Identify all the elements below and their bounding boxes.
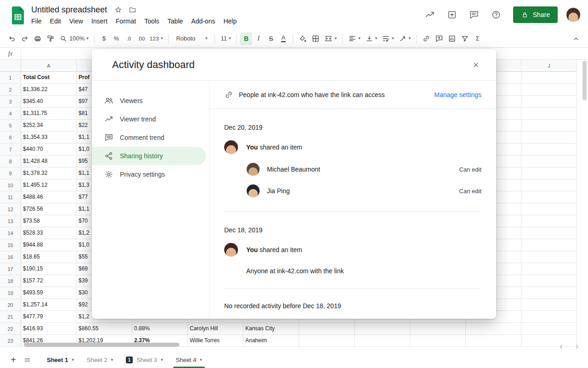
cell-a17[interactable]: $190.15: [21, 263, 77, 275]
cell-j6[interactable]: [521, 132, 577, 144]
row-header-21[interactable]: 21: [0, 311, 21, 323]
row-header-1[interactable]: 1: [0, 72, 21, 84]
menu-table[interactable]: Table: [164, 17, 187, 26]
cell-a2[interactable]: $1,336.22: [21, 84, 77, 96]
cell-j16[interactable]: [521, 251, 577, 263]
cell-d23[interactable]: Willie Torres: [188, 335, 243, 347]
sheet-tab-sheet-3[interactable]: 1Sheet 3▾: [119, 351, 169, 368]
cell-a7[interactable]: $440.70: [21, 144, 77, 155]
add-shortcut-button[interactable]: [442, 5, 462, 24]
cell-h22[interactable]: [410, 323, 466, 335]
paint-format-button[interactable]: [44, 32, 57, 45]
row-header-16[interactable]: 16: [0, 251, 21, 263]
row-header-15[interactable]: 15: [0, 239, 21, 251]
cell-j14[interactable]: [521, 227, 577, 239]
menu-add-ons[interactable]: Add-ons: [187, 17, 219, 26]
cell-i23[interactable]: [466, 335, 521, 347]
row-header-17[interactable]: 17: [0, 263, 21, 275]
menu-edit[interactable]: Edit: [46, 17, 65, 26]
cell-a14[interactable]: $528.33: [21, 227, 77, 239]
row-header-7[interactable]: 7: [0, 144, 21, 155]
italic-button[interactable]: I: [252, 32, 265, 45]
insert-link-button[interactable]: [420, 32, 433, 45]
star-button[interactable]: [114, 6, 122, 14]
cell-a10[interactable]: $1,495.12: [21, 179, 77, 191]
row-header-8[interactable]: 8: [0, 155, 21, 167]
menu-format[interactable]: Format: [112, 17, 140, 26]
row-header-11[interactable]: 11: [0, 191, 21, 203]
help-button[interactable]: [486, 5, 506, 24]
increase-decimals-button[interactable]: .00: [135, 32, 147, 45]
cell-h23[interactable]: [410, 335, 466, 347]
cell-g22[interactable]: [355, 323, 410, 335]
cell-a9[interactable]: $1,378.32: [21, 167, 77, 179]
cell-j1[interactable]: [521, 72, 577, 84]
cell-j17[interactable]: [521, 263, 577, 275]
font-size-select[interactable]: 11▾: [218, 32, 233, 45]
zoom-button[interactable]: 100%▾: [57, 32, 91, 45]
row-header-5[interactable]: 5: [0, 120, 21, 132]
strikethrough-button[interactable]: S: [265, 32, 277, 45]
currency-format-button[interactable]: $: [98, 32, 110, 45]
text-wrap-button[interactable]: ▾: [379, 32, 396, 45]
cell-a21[interactable]: $477.79: [21, 311, 77, 323]
font-select[interactable]: Roboto▾: [172, 32, 211, 45]
cell-j5[interactable]: [521, 120, 577, 132]
cell-j20[interactable]: [521, 299, 577, 311]
cell-j4[interactable]: [521, 108, 577, 120]
menu-file[interactable]: File: [27, 17, 46, 26]
cell-j3[interactable]: [521, 96, 577, 108]
manage-settings-link[interactable]: Manage settings: [434, 91, 481, 98]
menu-help[interactable]: Help: [219, 17, 241, 26]
cell-a22[interactable]: $416.93: [21, 323, 77, 335]
cell-e23[interactable]: Anaheim: [243, 335, 299, 347]
row-header-22[interactable]: 22: [0, 323, 21, 335]
row-header-2[interactable]: 2: [0, 84, 21, 96]
cell-d22[interactable]: Carolyn Hill: [188, 323, 243, 335]
document-title[interactable]: Untitled spreadsheet: [31, 5, 107, 15]
sheets-logo[interactable]: [11, 6, 25, 23]
cell-a20[interactable]: $1,257.14: [21, 299, 77, 311]
print-button[interactable]: [31, 32, 44, 45]
nav-item-viewer-trend[interactable]: Viewer trend: [92, 110, 206, 128]
merge-cells-button[interactable]: ▾: [322, 32, 339, 45]
row-header-6[interactable]: 6: [0, 132, 21, 144]
bold-button[interactable]: B: [240, 32, 252, 45]
cell-a3[interactable]: $345.40: [21, 96, 77, 108]
cell-a18[interactable]: $157.72: [21, 275, 77, 287]
cell-j7[interactable]: [521, 144, 577, 155]
row-header-18[interactable]: 18: [0, 275, 21, 287]
cell-a4[interactable]: $1,311.75: [21, 108, 77, 120]
cell-c22[interactable]: 0.88%: [132, 323, 188, 335]
percent-format-button[interactable]: %: [110, 32, 123, 45]
cell-j19[interactable]: [521, 287, 577, 299]
functions-button[interactable]: Σ: [471, 32, 484, 45]
move-to-folder-button[interactable]: [129, 6, 136, 14]
cell-a12[interactable]: $726.56: [21, 203, 77, 215]
all-sheets-button[interactable]: [20, 353, 34, 367]
menu-insert[interactable]: Insert: [87, 17, 112, 26]
column-header-a[interactable]: A: [21, 60, 77, 72]
cell-b22[interactable]: $860.55: [77, 323, 132, 335]
row-header-13[interactable]: 13: [0, 215, 21, 227]
cell-a19[interactable]: $493.59: [21, 287, 77, 299]
cell-a13[interactable]: $73.58: [21, 215, 77, 227]
text-rotation-button[interactable]: ▾: [396, 32, 413, 45]
add-sheet-button[interactable]: +: [6, 353, 20, 367]
more-formats-button[interactable]: 123▾: [147, 32, 165, 45]
cell-j2[interactable]: [521, 84, 577, 96]
fill-color-button[interactable]: [296, 32, 309, 45]
row-header-4[interactable]: 4: [0, 108, 21, 120]
horizontal-align-button[interactable]: ▾: [346, 32, 363, 45]
close-button[interactable]: [467, 56, 485, 74]
activity-stats-button[interactable]: [420, 5, 440, 24]
borders-button[interactable]: [309, 32, 322, 45]
row-header-10[interactable]: 10: [0, 179, 21, 191]
insert-chart-button[interactable]: [446, 32, 458, 45]
create-filter-button[interactable]: [458, 32, 471, 45]
cell-j21[interactable]: [521, 311, 577, 323]
nav-item-viewers[interactable]: Viewers: [92, 92, 206, 110]
text-color-button[interactable]: A: [277, 32, 289, 45]
cell-j18[interactable]: [521, 275, 577, 287]
row-header-20[interactable]: 20: [0, 299, 21, 311]
